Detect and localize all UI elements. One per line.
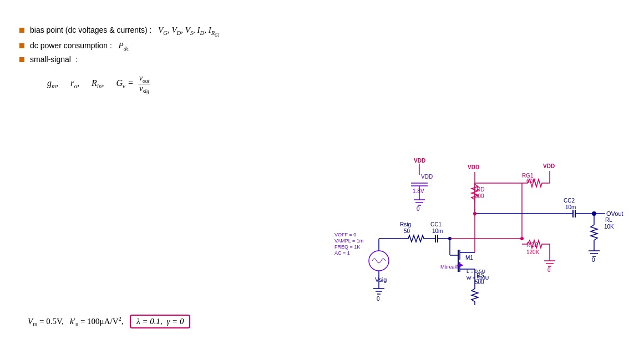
vdd-left-label: VDD bbox=[414, 158, 425, 164]
vdd-rg1-label: VDD bbox=[543, 163, 555, 169]
vsrc-params: VOFF = 0 bbox=[334, 232, 356, 237]
formula-gm: gm, bbox=[47, 78, 58, 89]
vout-label: OVout bbox=[606, 210, 623, 217]
bullet-list: bias point (dc voltages & currents) : VG… bbox=[19, 26, 627, 64]
rg1-rg2-node bbox=[520, 237, 524, 240]
v18-val: 1.8V bbox=[413, 188, 424, 194]
fraction-denom: vsig bbox=[138, 84, 150, 94]
bullet-text-3: small-signal : bbox=[30, 55, 78, 64]
fraction-gv: vout vsig bbox=[138, 74, 151, 94]
bottom-formula-text: Vtn = 0.5V, k′n = 100μA/V2, bbox=[28, 317, 125, 326]
formula-gv: Gv = vout vsig bbox=[114, 74, 150, 94]
svg-text:AC = 1: AC = 1 bbox=[334, 250, 350, 256]
cc1-val: 10m bbox=[432, 228, 443, 234]
formula-ro: ro, bbox=[68, 78, 79, 89]
vsig-label: Vsig bbox=[375, 276, 387, 283]
drain-cc2-node bbox=[473, 212, 476, 215]
gnd-18-label: 0 bbox=[417, 206, 420, 212]
gnd-vsig-label: 0 bbox=[377, 296, 380, 302]
rl-val: 10K bbox=[604, 224, 614, 230]
cc1-label: CC1 bbox=[430, 221, 442, 227]
formula-rin: Rin, bbox=[89, 78, 104, 89]
circuit-diagram: Vsig VOFF = 0 VAMPL = 1m FREQ = 1K AC = … bbox=[333, 72, 627, 305]
rg2-val: 120K bbox=[526, 249, 540, 255]
rl-resistor bbox=[591, 222, 597, 243]
bullet-icon-3 bbox=[19, 57, 24, 62]
bullet-text-1: bias point (dc voltages & currents) : VG… bbox=[30, 26, 220, 38]
circuit-svg: Vsig VOFF = 0 VAMPL = 1m FREQ = 1K AC = … bbox=[333, 72, 627, 305]
rs-label: RS bbox=[476, 272, 484, 279]
rs-val: 500 bbox=[475, 279, 484, 285]
rsig-label: Rsig bbox=[400, 221, 411, 227]
math-power: Pdc bbox=[119, 41, 129, 50]
fraction-numer: vout bbox=[138, 74, 151, 84]
rsig-val: 50 bbox=[404, 228, 410, 234]
rs-resistor bbox=[471, 286, 478, 304]
m1-label: M1 bbox=[465, 255, 473, 261]
rd-label: RD bbox=[476, 186, 484, 193]
vdd-rd-label: VDD bbox=[468, 164, 479, 170]
cc2-label: CC2 bbox=[564, 198, 575, 204]
bullet-item-2: dc power consumption : Pdc bbox=[19, 41, 627, 52]
vsig-sine bbox=[372, 259, 386, 263]
page-title bbox=[0, 0, 644, 16]
rsig-resistor bbox=[405, 235, 427, 242]
cc2-val: 10m bbox=[565, 204, 576, 210]
vsig-source bbox=[369, 251, 389, 271]
svg-text:FREQ = 1K: FREQ = 1K bbox=[334, 244, 360, 250]
bottom-formula: Vtn = 0.5V, k′n = 100μA/V2, λ = 0.1, γ =… bbox=[28, 315, 190, 328]
math-bias: VG, VD, VS, ID, IRG1 bbox=[158, 26, 220, 34]
bullet-item-3: small-signal : bbox=[19, 55, 627, 64]
gnd-rl-label: 0 bbox=[592, 257, 595, 263]
rl-label: RL bbox=[605, 217, 612, 223]
highlight-box: λ = 0.1, γ = 0 bbox=[130, 315, 190, 328]
svg-text:VAMPL = 1m: VAMPL = 1m bbox=[334, 238, 363, 244]
bullet-item-1: bias point (dc voltages & currents) : VG… bbox=[19, 26, 627, 38]
bullet-text-2: dc power consumption : Pdc bbox=[30, 41, 129, 52]
gnd-rg2-label: 0 bbox=[547, 267, 551, 273]
bullet-icon-1 bbox=[19, 28, 24, 33]
vdd-18-label: VDD bbox=[421, 174, 433, 180]
bullet-icon-2 bbox=[19, 43, 24, 48]
